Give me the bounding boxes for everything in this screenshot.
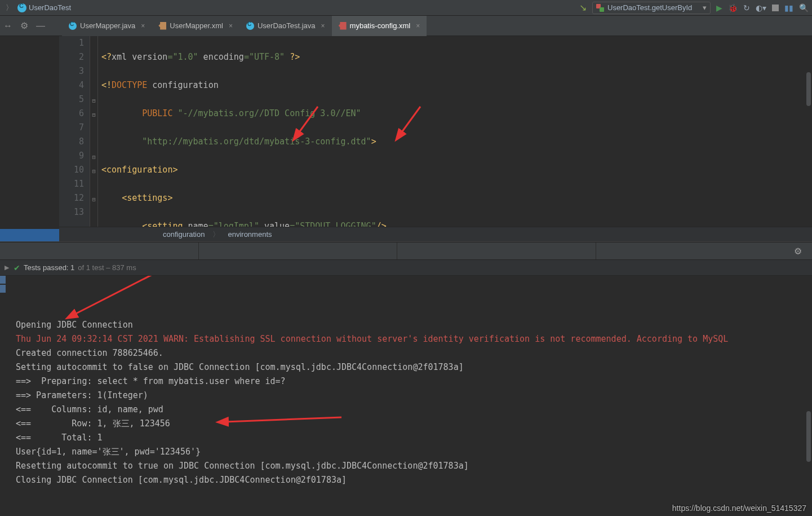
tool-panel-strip: ⚙	[0, 242, 812, 260]
console-scrollbar[interactable]	[806, 276, 811, 490]
editor-tab[interactable]: UserMapper.xml×	[152, 16, 239, 36]
test-status-bar: ▶ ✔ Tests passed: 1 of 1 test – 837 ms	[0, 260, 812, 276]
project-sidebar[interactable]	[0, 36, 59, 241]
editor-tab-label: UserMapper.xml	[170, 21, 223, 30]
console-line: ==> Preparing: select * from mybatis.use…	[16, 374, 812, 389]
close-icon[interactable]: ×	[416, 22, 420, 30]
line-number[interactable]: 2	[59, 50, 84, 64]
fold-column[interactable]: ⊟⊟ ⊟⊟⊟	[90, 36, 98, 227]
run-console[interactable]: Opening JDBC ConnectionThu Jun 24 09:32:…	[0, 276, 812, 490]
line-number[interactable]: 3	[59, 64, 84, 78]
project-tool-icon[interactable]: ↔	[3, 21, 12, 31]
console-line: <== Row: 1, 张三, 123456	[16, 417, 812, 431]
tests-detail-label: of 1 test – 837 ms	[78, 263, 136, 272]
coverage-icon[interactable]: ↻	[743, 3, 750, 12]
editor-tab[interactable]: mybatis-config.xml×	[332, 16, 427, 36]
svg-line-2	[74, 276, 206, 315]
expand-icon[interactable]: ▶	[5, 264, 9, 271]
run-config-selector[interactable]: UserDaoTest.getUserById ▾	[592, 2, 711, 14]
console-line: Setting autocommit to false on JDBC Conn…	[16, 360, 812, 374]
editor-tabs-bar: ↔ ⚙ — UserMapper.java×UserMapper.xml×Use…	[0, 16, 812, 36]
editor-tab[interactable]: UserDaoTest.java×	[239, 16, 332, 36]
tests-passed-label: Tests passed: 1	[24, 263, 74, 272]
settings-gear-icon[interactable]: ⚙	[20, 20, 28, 31]
chevron-right-icon: 〉	[212, 230, 220, 240]
annotation-arrow	[347, 92, 426, 159]
line-number[interactable]: 11	[59, 177, 84, 191]
editor-tab-label: UserDaoTest.java	[258, 21, 316, 30]
profile-icon[interactable]: ◐▾	[756, 3, 766, 12]
find-icon[interactable]: 🔍	[799, 3, 809, 12]
editor-tab-label: UserMapper.java	[80, 21, 135, 30]
watermark: https://blog.csdn.net/weixin_51415327	[672, 504, 806, 513]
collapse-icon[interactable]: —	[36, 21, 45, 31]
class-file-icon	[17, 3, 26, 12]
run-config-icon	[596, 4, 604, 12]
panel-settings-gear-icon[interactable]: ⚙	[794, 246, 802, 257]
console-line: Created connection 788625466.	[16, 346, 812, 360]
stop-button[interactable]	[772, 5, 779, 11]
breadcrumb-file[interactable]: UserDaoTest	[29, 3, 71, 12]
line-number[interactable]: 12	[59, 191, 84, 205]
project-selection[interactable]	[0, 229, 59, 241]
crumb-configuration[interactable]: configuration	[163, 230, 205, 239]
xml-file-icon	[158, 22, 166, 30]
line-number[interactable]: 5	[59, 92, 84, 107]
chevron-down-icon: ▾	[703, 3, 707, 12]
crumb-environments[interactable]: environments	[228, 230, 272, 239]
line-number[interactable]: 4	[59, 78, 84, 92]
breadcrumb-chevron-icon: 〉	[3, 3, 15, 13]
check-icon: ✔	[14, 263, 20, 272]
run-config-label: UserDaoTest.getUserById	[607, 3, 692, 12]
close-icon[interactable]: ×	[141, 22, 145, 30]
console-line: <== Total: 1	[16, 431, 812, 445]
close-icon[interactable]: ×	[229, 22, 233, 30]
editor-scrollbar[interactable]	[806, 72, 811, 227]
annotation-arrow	[245, 92, 323, 159]
build-hammer-icon[interactable]: ↘	[579, 2, 587, 13]
open-folder-icon[interactable]: ▮▮	[784, 3, 793, 12]
line-number[interactable]: 13	[59, 205, 84, 219]
code-editor[interactable]: <?xml version="1.0" encoding="UTF-8" ?> …	[98, 36, 812, 227]
line-number-gutter[interactable]: 12345678910111213	[59, 36, 90, 227]
console-line: ==> Parameters: 1(Integer)	[16, 389, 812, 403]
console-line: Returned connection 788625466 to pool.	[16, 487, 812, 490]
console-line: <== Columns: id, name, pwd	[16, 403, 812, 417]
title-bar: 〉 UserDaoTest ↘ UserDaoTest.getUserById …	[0, 0, 812, 16]
close-icon[interactable]: ×	[321, 22, 325, 30]
console-line: Opening JDBC Connection	[16, 318, 812, 332]
console-line: Resetting autocommit to true on JDBC Con…	[16, 459, 812, 473]
line-number[interactable]: 6	[59, 107, 84, 121]
editor-region: 12345678910111213 ⊟⊟ ⊟⊟⊟ <?xml version="…	[0, 36, 812, 242]
console-gutter-markers	[0, 276, 6, 490]
console-line: Closing JDBC Connection [com.mysql.jdbc.…	[16, 473, 812, 487]
java-class-icon	[69, 22, 77, 30]
editor-tab-label: mybatis-config.xml	[350, 21, 411, 30]
run-button[interactable]: ▶	[716, 3, 722, 12]
editor-breadcrumbs: configuration 〉 environments	[59, 227, 812, 241]
tool-window-buttons: ↔ ⚙ —	[3, 20, 45, 31]
line-number[interactable]: 8	[59, 135, 84, 149]
console-line: User{id=1, name='张三', pwd='123456'}	[16, 445, 812, 459]
debug-button[interactable]: 🐞	[728, 3, 738, 12]
java-class-icon	[246, 22, 254, 30]
console-line: Thu Jun 24 09:32:14 CST 2021 WARN: Estab…	[16, 332, 812, 346]
line-number[interactable]: 10	[59, 163, 84, 177]
line-number[interactable]: 7	[59, 121, 84, 135]
xml-config-icon	[339, 22, 347, 30]
line-number[interactable]: 9	[59, 149, 84, 163]
line-number[interactable]: 1	[59, 36, 84, 50]
editor-tab[interactable]: UserMapper.java×	[62, 16, 152, 36]
